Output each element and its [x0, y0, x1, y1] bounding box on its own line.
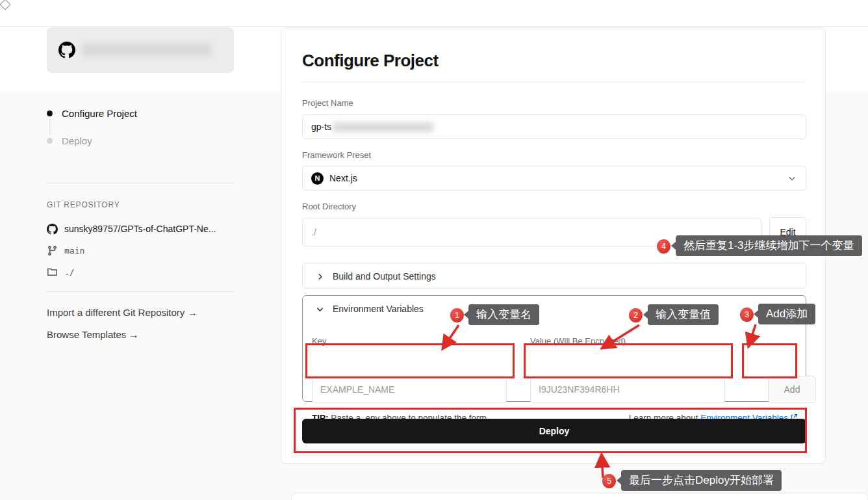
framework-preset-select[interactable]: N Next.js: [302, 166, 806, 191]
redacted-project-name: [333, 122, 433, 132]
environment-variables-box: Environment Variables Key Value (Will Be…: [302, 295, 806, 402]
branch-row: main: [47, 244, 216, 257]
env-key-label: Key: [312, 336, 326, 346]
sidebar-divider: [47, 183, 234, 183]
environment-variables-toggle[interactable]: Environment Variables: [303, 296, 806, 322]
github-icon: [47, 224, 58, 235]
wizard-steps: Configure Project Deploy: [47, 104, 137, 150]
step-configure-project: Configure Project: [47, 104, 137, 122]
git-repository-section: GIT REPOSITORY sunsky89757/GPTs-of-ChatG…: [47, 200, 216, 287]
annotation-tooltip-4: 然后重复1-3步继续增加下一个变量: [676, 235, 862, 256]
annotation-tooltip-3: Add添加: [758, 304, 815, 324]
root-dir-value: ./: [64, 267, 75, 277]
sidebar-links: Import a different Git Repository → Brow…: [47, 307, 197, 351]
add-env-var-button[interactable]: Add: [768, 376, 816, 403]
import-different-repo-link[interactable]: Import a different Git Repository →: [47, 307, 197, 318]
root-directory-value: ./: [311, 227, 316, 237]
build-output-settings-label: Build and Output Settings: [333, 271, 436, 282]
repo-name: sunsky89757/GPTs-of-ChatGPT-Ne...: [64, 224, 216, 234]
annotation-badge-5: 5: [602, 474, 616, 488]
next-section-card: [291, 493, 868, 500]
git-branch-icon: [47, 245, 58, 256]
root-dir-row: ./: [47, 265, 216, 278]
annotation-badge-1: 1: [450, 308, 464, 322]
step-dot-active: [47, 111, 53, 116]
environment-variables-label: Environment Variables: [333, 304, 424, 314]
step-label: Deploy: [62, 135, 92, 146]
folder-icon: [47, 267, 58, 278]
title-divider: [302, 82, 805, 83]
chevron-down-icon: [787, 174, 797, 183]
chevron-right-icon: [316, 272, 324, 281]
build-output-settings-toggle[interactable]: Build and Output Settings: [303, 263, 806, 289]
sidebar-divider: [47, 291, 234, 292]
project-name-label: Project Name: [302, 98, 353, 108]
github-icon: [58, 42, 75, 59]
nextjs-icon: N: [311, 172, 324, 185]
deploy-button[interactable]: Deploy: [302, 419, 806, 443]
branch-name: main: [64, 246, 84, 256]
annotation-badge-2: 2: [629, 308, 643, 322]
annotation-tooltip-5: 最后一步点击Deploy开始部署: [621, 470, 782, 491]
repo-row: sunsky89757/GPTs-of-ChatGPT-Ne...: [47, 222, 216, 235]
selected-repo-card: [47, 27, 234, 73]
env-key-input[interactable]: [312, 376, 507, 403]
project-name-value: gp-ts: [311, 122, 331, 132]
corner-glyph-icon: [0, 0, 10, 10]
framework-value: Next.js: [329, 173, 357, 183]
framework-preset-label: Framework Preset: [302, 150, 371, 160]
env-value-label: Value (Will Be Encrypted): [530, 336, 626, 346]
topbar-divider: [0, 26, 868, 27]
page: Configure Project Deploy GIT REPOSITORY …: [0, 0, 868, 500]
project-name-input[interactable]: gp-ts: [302, 114, 806, 139]
chevron-down-icon: [316, 305, 324, 313]
step-dot-future: [47, 138, 53, 144]
env-value-input[interactable]: [530, 376, 725, 403]
step-deploy: Deploy: [47, 131, 137, 150]
git-repository-heading: GIT REPOSITORY: [47, 200, 216, 209]
annotation-badge-3: 3: [740, 308, 754, 322]
step-label: Configure Project: [62, 108, 137, 119]
step-connector: [49, 118, 50, 135]
annotation-tooltip-1: 输入变量名: [468, 304, 539, 325]
page-title: Configure Project: [302, 51, 439, 71]
redacted-repo-name: [82, 44, 212, 57]
build-output-settings-box: Build and Output Settings: [302, 263, 806, 289]
annotation-tooltip-2: 输入变量值: [648, 304, 719, 325]
annotation-badge-4: 4: [657, 239, 670, 254]
browse-templates-link[interactable]: Browse Templates →: [47, 329, 197, 340]
root-directory-label: Root Directory: [302, 202, 356, 211]
